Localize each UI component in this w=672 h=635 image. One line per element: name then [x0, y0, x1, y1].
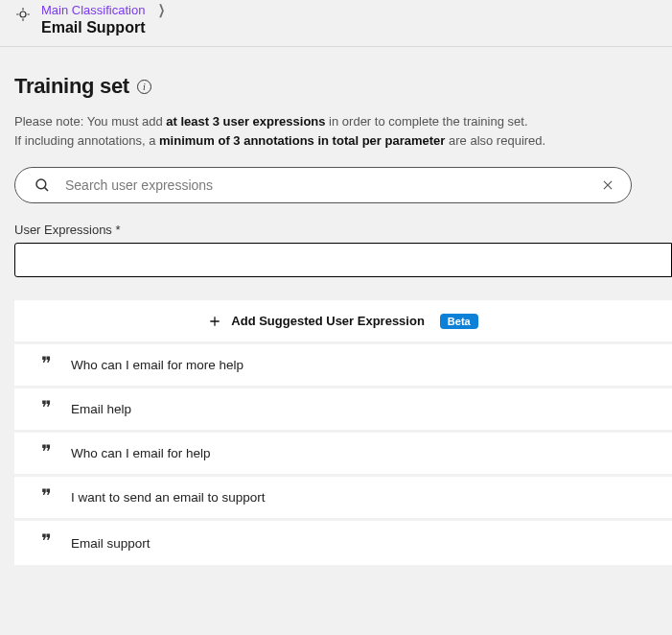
search-icon	[34, 176, 51, 194]
page-title: Email Support	[41, 19, 168, 36]
breadcrumb: Main Classification ❯ Email Support	[41, 2, 168, 36]
section-note: Please note: You must add at least 3 use…	[14, 112, 658, 150]
list-item[interactable]: ❞ Who can I email for help	[14, 433, 672, 477]
search-input[interactable]	[14, 167, 632, 203]
list-item[interactable]: ❞ Email help	[14, 388, 672, 433]
svg-point-1	[36, 179, 46, 189]
beta-badge: Beta	[440, 314, 478, 329]
expression-text: Email help	[71, 402, 131, 416]
expression-text: I want to send an email to support	[71, 490, 266, 505]
list-item[interactable]: ❞ Email support	[14, 521, 672, 565]
expressions-list: Add Suggested User Expression Beta ❞ Who…	[14, 300, 672, 565]
expressions-label: User Expressions *	[14, 223, 658, 237]
svg-point-0	[20, 12, 26, 17]
section-title: Training set	[14, 74, 129, 99]
info-icon[interactable]: i	[137, 80, 151, 94]
add-suggested-label: Add Suggested User Expression	[231, 314, 425, 328]
search-field	[14, 167, 632, 203]
expression-input[interactable]	[14, 243, 672, 277]
expression-text: Who can I email for help	[71, 446, 211, 460]
header: Main Classification ❯ Email Support	[0, 0, 672, 47]
add-suggested-button[interactable]: Add Suggested User Expression Beta	[14, 300, 672, 344]
content: Training set i Please note: You must add…	[0, 47, 672, 565]
breadcrumb-parent-link[interactable]: Main Classification	[41, 3, 145, 17]
target-icon	[14, 6, 32, 23]
expression-text: Who can I email for more help	[71, 358, 243, 372]
list-item[interactable]: ❞ I want to send an email to support	[14, 477, 672, 521]
list-item[interactable]: ❞ Who can I email for more help	[14, 344, 672, 388]
plus-icon	[208, 315, 221, 328]
chevron-right-icon: ❯	[159, 2, 166, 17]
expression-text: Email support	[71, 536, 151, 551]
clear-icon[interactable]	[601, 178, 614, 192]
